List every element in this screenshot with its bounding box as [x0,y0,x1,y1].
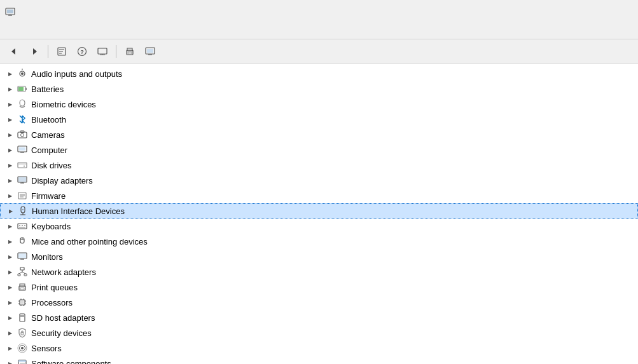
tree-item-network[interactable]: ▶Network adapters [0,264,638,280]
menu-file[interactable] [5,29,15,33]
minimize-button[interactable] [543,3,572,21]
svg-rect-62 [24,274,27,276]
svg-rect-58 [18,253,26,258]
tree-label-disk: Disk drives [31,161,72,170]
tree-item-sd[interactable]: ▶SD host adapters [0,310,638,325]
tree-arrow-network[interactable]: ▶ [5,267,15,277]
tree-label-firmware: Firmware [31,191,66,201]
network-icon [17,266,28,278]
tree-label-processors: Processors [31,298,73,307]
monitor-button[interactable] [141,43,159,60]
menu-help[interactable] [36,29,46,33]
tree-arrow-processors[interactable]: ▶ [5,297,15,307]
tree-arrow-audio[interactable]: ▶ [5,69,15,79]
tree-label-security: Security devices [31,328,92,338]
svg-rect-30 [20,131,24,133]
tree-arrow-security[interactable]: ▶ [5,328,15,338]
tree-arrow-display[interactable]: ▶ [5,175,15,185]
tree-item-computer[interactable]: ▶Computer [0,142,638,158]
tree-arrow-firmware[interactable]: ▶ [5,191,15,201]
tree-arrow-cameras[interactable]: ▶ [5,130,15,140]
svg-rect-49 [18,224,27,229]
tree-item-software[interactable]: ▶Software components [0,356,638,364]
tree-item-audio[interactable]: ▶Audio inputs and outputs [0,66,638,81]
tree-arrow-sensors[interactable]: ▶ [5,343,15,353]
tree-arrow-monitors[interactable]: ▶ [5,252,15,262]
svg-text:?: ? [80,49,84,55]
tree-label-cameras: Cameras [31,130,65,140]
main-content: ▶Audio inputs and outputs▶Batteries▶Biom… [0,64,638,364]
scan-button[interactable] [94,43,111,60]
tree-item-sensors[interactable]: ▶Sensors [0,340,638,356]
properties-button[interactable] [53,43,71,60]
menu-view[interactable] [25,29,36,33]
tree-label-software: Software components [31,359,111,365]
svg-rect-89 [18,360,26,362]
battery-icon [17,83,28,95]
tree-arrow-hid[interactable]: ▶ [6,206,16,216]
help-button[interactable]: ? [73,43,91,60]
back-button[interactable] [5,43,23,60]
svg-line-65 [22,272,25,274]
svg-point-85 [21,347,24,349]
maximize-button[interactable] [572,3,601,21]
svg-rect-68 [20,288,24,290]
tree-item-biometric[interactable]: ▶Biometric devices [0,97,638,112]
app-icon [5,7,15,17]
tree-arrow-keyboards[interactable]: ▶ [5,221,15,231]
tree-label-keyboards: Keyboards [31,222,71,231]
device-tree[interactable]: ▶Audio inputs and outputs▶Batteries▶Biom… [0,64,638,364]
tree-item-disk[interactable]: ▶Disk drives [0,158,638,173]
forward-button[interactable] [25,43,43,60]
tree-label-audio: Audio inputs and outputs [31,69,122,79]
tree-arrow-print[interactable]: ▶ [5,282,15,292]
menu-action[interactable] [15,29,25,33]
tree-item-firmware[interactable]: ▶Firmware [0,188,638,203]
toolbar: ? [0,39,638,64]
mouse-icon [17,236,28,247]
svg-point-29 [21,133,24,137]
tree-item-keyboards[interactable]: ▶Keyboards [0,219,638,234]
tree-arrow-disk[interactable]: ▶ [5,160,15,170]
tree-item-print[interactable]: ▶Print queues [0,280,638,295]
print-icon [17,281,28,293]
tree-item-batteries[interactable]: ▶Batteries [0,81,638,97]
tree-arrow-batteries[interactable]: ▶ [5,84,15,94]
window-controls [543,3,630,21]
tree-item-processors[interactable]: ▶Processors [0,295,638,310]
monitor-icon [17,251,28,262]
tree-item-cameras[interactable]: ▶Cameras [0,127,638,142]
tree-label-biometric: Biometric devices [31,100,96,109]
svg-rect-26 [18,87,24,91]
svg-line-64 [19,272,22,274]
tree-item-security[interactable]: ▶Security devices [0,325,638,340]
tree-arrow-computer[interactable]: ▶ [5,145,15,155]
svg-rect-35 [18,163,27,165]
tree-item-bluetooth[interactable]: ▶Bluetooth [0,112,638,127]
bluetooth-icon [17,114,28,125]
tree-label-print: Print queues [31,283,78,292]
tree-label-batteries: Batteries [31,84,64,94]
tree-item-display[interactable]: ▶Display adapters [0,173,638,188]
svg-rect-70 [21,301,24,304]
tree-arrow-sd[interactable]: ▶ [5,313,15,323]
firmware-icon [17,190,28,201]
disk-icon [17,159,28,171]
tree-arrow-bluetooth[interactable]: ▶ [5,114,15,125]
svg-rect-17 [128,52,132,54]
tree-arrow-biometric[interactable]: ▶ [5,99,15,109]
svg-rect-79 [20,314,25,321]
print-button[interactable] [121,43,139,60]
tree-item-monitors[interactable]: ▶Monitors [0,249,638,264]
svg-point-27 [20,100,25,106]
camera-icon [17,129,28,140]
audio-icon [17,68,28,79]
tree-item-mice[interactable]: ▶Mice and other pointing devices [0,234,638,249]
tree-label-bluetooth: Bluetooth [31,115,66,125]
tree-arrow-software[interactable]: ▶ [5,358,15,364]
tree-arrow-mice[interactable]: ▶ [5,236,15,246]
sd-icon [17,312,28,323]
close-button[interactable] [601,3,630,21]
svg-point-36 [24,166,25,167]
tree-item-hid[interactable]: ▶Human Interface Devices [0,203,638,219]
